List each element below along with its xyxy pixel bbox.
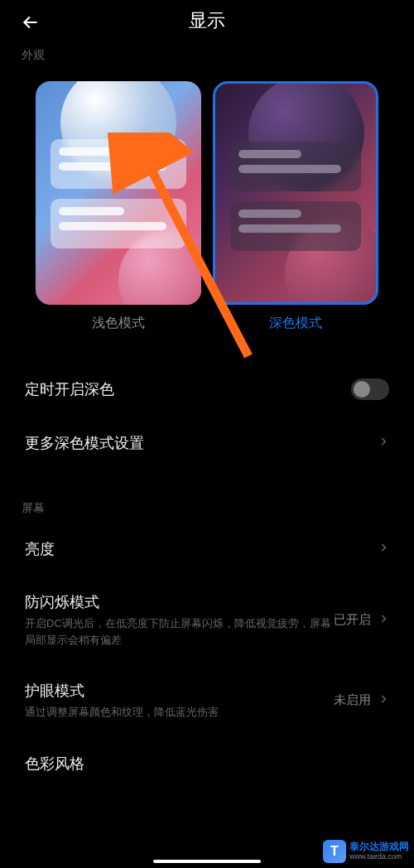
color-style-title: 色彩风格 [25, 754, 389, 774]
toggle-knob-icon [354, 381, 370, 398]
brightness-row[interactable]: 亮度 [0, 523, 414, 576]
scheduled-dark-row: 定时开启深色 [0, 362, 414, 417]
light-mode-preview [36, 81, 201, 305]
chevron-right-icon [378, 693, 389, 708]
appearance-section-label: 外观 [0, 41, 414, 70]
anti-flicker-row[interactable]: 防闪烁模式 开启DC调光后，在低亮度下防止屏幕闪烁，降低视觉疲劳，屏幕局部显示会… [0, 576, 414, 664]
dark-mode-preview [213, 81, 378, 305]
home-indicator[interactable] [153, 860, 261, 863]
anti-flicker-status: 已开启 [334, 612, 371, 628]
eye-care-status: 未启用 [334, 692, 371, 708]
page-title: 显示 [189, 8, 225, 33]
back-arrow-icon [20, 12, 41, 33]
chevron-right-icon [378, 436, 389, 451]
watermark: T 泰尔达游戏网 www.tairda.com [323, 840, 409, 863]
dark-mode-card[interactable]: 深色模式 [213, 81, 378, 332]
chevron-right-icon [378, 542, 389, 557]
brightness-title: 亮度 [25, 539, 378, 559]
eye-care-row[interactable]: 护眼模式 通过调整屏幕颜色和纹理，降低蓝光伤害 未启用 [0, 664, 414, 737]
anti-flicker-title: 防闪烁模式 [25, 592, 334, 612]
light-mode-card[interactable]: 浅色模式 [36, 81, 201, 332]
dark-mode-label: 深色模式 [269, 315, 322, 332]
more-dark-settings-row[interactable]: 更多深色模式设置 [0, 417, 414, 470]
light-mode-label: 浅色模式 [92, 315, 145, 332]
watermark-name: 泰尔达游戏网 [349, 841, 409, 852]
scheduled-dark-title: 定时开启深色 [25, 379, 351, 399]
eye-care-subtitle: 通过调整屏幕颜色和纹理，降低蓝光伤害 [25, 704, 334, 721]
color-style-row[interactable]: 色彩风格 [0, 737, 414, 790]
eye-care-title: 护眼模式 [25, 681, 334, 701]
screen-section-label: 屏幕 [0, 494, 414, 523]
back-button[interactable] [20, 12, 41, 36]
chevron-right-icon [378, 613, 389, 628]
theme-selector-row: 浅色模式 深色模式 [0, 70, 414, 339]
more-dark-title: 更多深色模式设置 [25, 433, 378, 453]
watermark-logo-icon: T [323, 840, 346, 863]
watermark-url: www.tairda.com [349, 853, 409, 861]
anti-flicker-subtitle: 开启DC调光后，在低亮度下防止屏幕闪烁，降低视觉疲劳，屏幕局部显示会稍有偏差 [25, 615, 334, 648]
scheduled-dark-toggle[interactable] [351, 379, 389, 400]
